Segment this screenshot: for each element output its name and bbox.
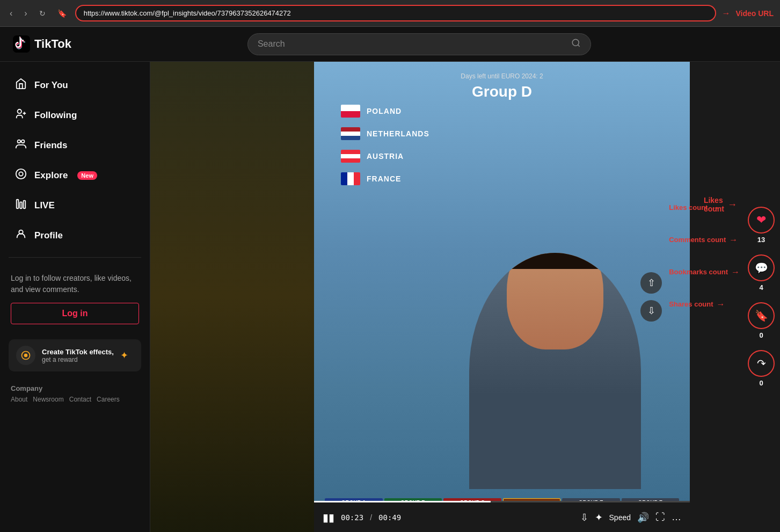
fullscreen-button[interactable]: ⛶ <box>655 512 665 523</box>
tiktok-header: TikTok <box>0 27 780 62</box>
sidebar-item-for-you[interactable]: For You <box>4 71 145 99</box>
country-austria: AUSTRIA <box>367 152 404 161</box>
sidebar-login-section: Log in to follow creators, like videos, … <box>0 264 150 333</box>
like-button[interactable]: ❤ <box>748 207 775 234</box>
profile-label: Profile <box>34 230 63 241</box>
search-input[interactable] <box>258 39 571 49</box>
search-bar[interactable] <box>247 33 591 55</box>
new-badge: New <box>77 171 97 180</box>
group-title: Group D <box>461 83 543 100</box>
sidebar-item-friends[interactable]: Friends <box>4 132 145 159</box>
company-links: About Newsroom Contact Careers <box>11 396 139 403</box>
country-list: POLAND NETHERLANDS <box>341 105 429 185</box>
person-head <box>507 253 603 349</box>
person-body <box>469 253 641 489</box>
scroll-down-button[interactable]: ⇩ <box>640 300 662 322</box>
person-hair <box>507 253 603 269</box>
company-title: Company <box>11 384 139 392</box>
share-button[interactable]: ↷ <box>748 350 775 377</box>
volume-button[interactable]: 🔊 <box>637 512 649 523</box>
comments-action-group: 💬 4 <box>748 254 775 291</box>
country-row-poland: POLAND <box>341 105 429 118</box>
likes-count: 13 <box>757 236 765 244</box>
following-icon <box>15 108 27 123</box>
likes-action-group: ❤ 13 <box>748 207 775 244</box>
cursor-button[interactable]: ✦ <box>595 512 603 523</box>
sidebar-item-profile[interactable]: Profile <box>4 222 145 250</box>
live-icon <box>15 198 27 213</box>
country-netherlands: NETHERLANDS <box>367 129 429 138</box>
svg-line-2 <box>578 45 579 46</box>
speed-button[interactable]: Speed <box>609 513 631 522</box>
current-time: 00:23 <box>341 513 363 522</box>
search-icon-button[interactable] <box>571 38 581 50</box>
video-actions-panel: Likes count → ❤ 13 💬 4 <box>748 207 775 387</box>
profile-icon <box>15 228 27 243</box>
login-button[interactable]: Log in <box>11 303 139 324</box>
video-url-label: Video URL <box>735 9 774 18</box>
svg-point-3 <box>18 110 21 113</box>
more-options-button[interactable]: … <box>672 512 681 523</box>
tiktok-logo[interactable]: TikTok <box>13 35 71 53</box>
reload-button[interactable]: ↻ <box>36 7 49 20</box>
search-icon <box>571 38 581 48</box>
effects-dot-icon: ✦ <box>120 349 128 361</box>
bookmark-button[interactable]: 🔖 <box>54 7 70 20</box>
annotations-panel: Likes count → Comments count → Bookmarks… <box>669 203 740 309</box>
sidebar-login-text: Log in to follow creators, like videos, … <box>11 273 139 295</box>
svg-point-8 <box>16 169 26 179</box>
company-link-about[interactable]: About <box>11 396 27 403</box>
sidebar-divider <box>9 257 141 258</box>
country-row-austria: AUSTRIA <box>341 150 429 163</box>
sidebar-item-live[interactable]: LIVE <box>4 192 145 220</box>
svg-point-7 <box>21 140 24 143</box>
effects-icon <box>16 346 35 365</box>
days-left-text: Days left until EURO 2024: 2 <box>461 72 543 80</box>
flag-france <box>341 172 360 185</box>
shares-annotation-label: Shares count → <box>669 300 740 309</box>
scroll-up-button[interactable]: ⇧ <box>640 272 662 294</box>
friends-icon <box>15 138 27 153</box>
company-link-newsroom[interactable]: Newsroom <box>33 396 63 403</box>
friends-label: Friends <box>34 140 67 151</box>
company-link-careers[interactable]: Careers <box>97 396 120 403</box>
download-button[interactable]: ⇩ <box>580 512 588 523</box>
tiktok-main: For You Following Friends Explore New <box>0 62 780 532</box>
video-overlay-info: Days left until EURO 2024: 2 Group D <box>461 72 543 100</box>
back-button[interactable]: ‹ <box>6 6 16 20</box>
svg-point-6 <box>18 140 21 143</box>
forward-button[interactable]: › <box>21 6 30 20</box>
flag-austria <box>341 150 360 163</box>
svg-rect-10 <box>17 200 19 209</box>
likes-annotation-label: Likes count → <box>669 203 740 213</box>
play-pause-button[interactable]: ▮▮ <box>323 511 334 524</box>
time-separator: / <box>370 513 372 522</box>
bookmarks-annotation-label: Bookmarks count → <box>669 267 740 277</box>
comment-button[interactable]: 💬 <box>748 254 775 281</box>
country-row-netherlands: NETHERLANDS <box>341 127 429 140</box>
svg-point-9 <box>19 172 23 176</box>
comments-count: 4 <box>759 283 763 291</box>
video-navigation: ⇧ ⇩ <box>640 272 662 322</box>
sidebar-item-explore[interactable]: Explore New <box>4 162 145 190</box>
url-arrow: → <box>721 9 730 18</box>
sidebar-company: Company About Newsroom Contact Careers <box>0 378 150 410</box>
video-controls-bar: ▮▮ 00:23 / 00:49 ⇩ ✦ Speed 🔊 ⛶ … <box>314 502 690 532</box>
company-link-contact[interactable]: Contact <box>69 396 91 403</box>
country-row-france: FRANCE <box>341 172 429 185</box>
bookmark-action-button[interactable]: 🔖 <box>748 302 775 329</box>
bookmarks-count: 0 <box>759 331 763 339</box>
for-you-label: For You <box>34 80 68 91</box>
flag-netherlands <box>341 127 360 140</box>
url-bar[interactable] <box>75 5 717 21</box>
svg-rect-12 <box>24 201 26 209</box>
tiktok-app: TikTok For You <box>0 27 780 532</box>
effects-text: Create TikTok effects, get a reward <box>42 348 114 363</box>
explore-label: Explore <box>34 170 68 181</box>
explore-icon <box>15 168 27 183</box>
video-left-bg <box>150 62 314 532</box>
video-frame: Days left until EURO 2024: 2 Group D POL… <box>314 62 690 532</box>
sidebar-item-following[interactable]: Following <box>4 101 145 129</box>
svg-point-15 <box>25 354 27 357</box>
create-effects-banner[interactable]: Create TikTok effects, get a reward ✦ <box>9 339 141 371</box>
